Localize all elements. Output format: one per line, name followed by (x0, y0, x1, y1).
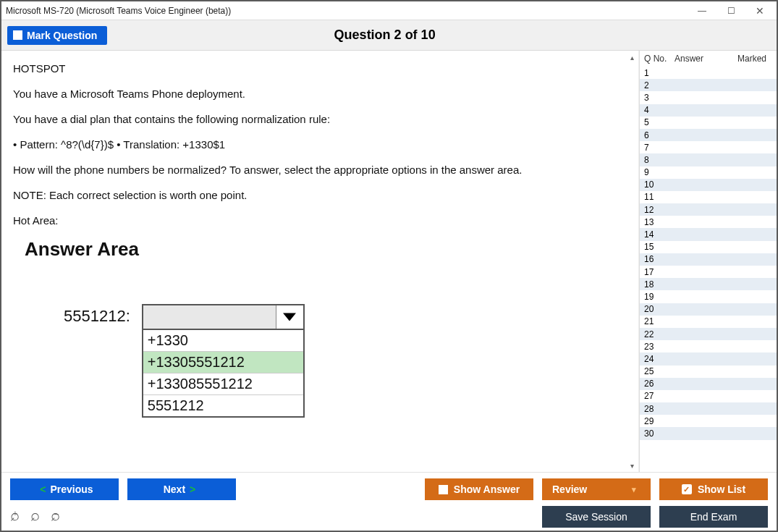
zoom-in-icon[interactable] (10, 507, 26, 524)
question-list-row[interactable]: 26 (640, 378, 777, 390)
question-p1: You have a Microsoft Teams Phone deploym… (13, 86, 627, 101)
question-number: 4 (644, 105, 670, 115)
hotspot-dropdown[interactable]: +1330+13305551212+1330855512125551212 (142, 304, 305, 418)
chevron-down-icon[interactable] (276, 305, 303, 329)
question-list-row[interactable]: 24 (640, 352, 777, 365)
question-number: 2 (644, 80, 670, 90)
question-list-header: Q No. Answer Marked (640, 51, 777, 67)
previous-button[interactable]: < Previous (10, 478, 119, 500)
mark-question-button[interactable]: Mark Question (7, 26, 107, 45)
question-number: 22 (644, 329, 670, 339)
zoom-out-icon[interactable] (51, 507, 67, 524)
question-list-row[interactable]: 15 (640, 241, 777, 253)
question-p5: NOTE: Each correct selection is worth on… (13, 187, 627, 203)
minimize-icon[interactable] (695, 4, 709, 17)
question-number: 11 (644, 192, 670, 202)
question-number: 23 (644, 342, 670, 352)
question-number: 13 (644, 217, 670, 227)
hotspot-row: 5551212: +1330+13305551212+1330855512125… (64, 304, 627, 418)
end-exam-button[interactable]: End Exam (659, 506, 768, 528)
question-list-row[interactable]: 22 (640, 328, 777, 340)
scroll-down-icon[interactable]: ▾ (627, 460, 637, 470)
dropdown-value (143, 305, 276, 329)
question-list-row[interactable]: 29 (640, 415, 777, 427)
question-list-row[interactable]: 2 (640, 79, 777, 91)
question-number: 10 (644, 180, 670, 190)
show-answer-button[interactable]: Show Answer (425, 478, 533, 500)
chevron-left-icon: < (40, 484, 46, 495)
question-list-row[interactable]: 16 (640, 253, 777, 266)
dropdown-option[interactable]: 5551212 (143, 395, 303, 416)
question-number: 27 (644, 391, 670, 401)
question-list-row[interactable]: 19 (640, 290, 777, 303)
question-heading: HOTSPOT (13, 61, 627, 76)
main-row: ▴ HOTSPOT You have a Microsoft Teams Pho… (1, 51, 777, 472)
question-number: 8 (644, 155, 670, 165)
question-number: 24 (644, 354, 670, 364)
question-list-row[interactable]: 10 (640, 179, 777, 191)
question-number: 17 (644, 267, 670, 277)
question-list-row[interactable]: 25 (640, 366, 777, 378)
review-label: Review (552, 484, 587, 495)
maximize-icon[interactable] (724, 4, 737, 17)
question-list-row[interactable]: 7 (640, 141, 777, 153)
question-number: 20 (644, 304, 670, 314)
chevron-right-icon: > (190, 484, 195, 495)
question-p3: • Pattern: ^8?(\d{7})$ • Translation: +1… (13, 137, 627, 152)
question-list-row[interactable]: 21 (640, 316, 777, 328)
question-number: 26 (644, 379, 670, 389)
mark-question-label: Mark Question (27, 30, 97, 41)
dropdown-option[interactable]: +1330 (143, 330, 303, 352)
question-list-row[interactable]: 12 (640, 203, 777, 216)
col-qno: Q No. (644, 54, 675, 64)
question-number: 15 (644, 242, 670, 252)
show-list-check-icon: ✓ (682, 484, 692, 494)
question-list-row[interactable]: 1 (640, 67, 777, 79)
answer-area-heading: Answer Area (25, 238, 627, 261)
zoom-controls (10, 507, 67, 527)
question-number: 16 (644, 254, 670, 264)
question-number: 6 (644, 130, 670, 140)
scroll-up-icon[interactable]: ▴ (627, 52, 637, 62)
save-session-button[interactable]: Save Session (542, 506, 651, 528)
bottombar: < Previous Next > Show Answer Review ▾ ✓… (1, 472, 777, 531)
question-list-row[interactable]: 28 (640, 402, 777, 415)
end-exam-label: End Exam (690, 511, 737, 523)
question-number: 18 (644, 279, 670, 290)
button-row-2: Save Session End Exam (10, 506, 768, 528)
question-list-row[interactable]: 11 (640, 191, 777, 203)
question-number: 14 (644, 229, 670, 240)
question-list-row[interactable]: 30 (640, 427, 777, 439)
review-button[interactable]: Review ▾ (542, 478, 651, 500)
question-list-row[interactable]: 23 (640, 340, 777, 352)
show-list-button[interactable]: ✓ Show List (659, 478, 768, 500)
question-list-row[interactable]: 8 (640, 153, 777, 166)
question-list-row[interactable]: 20 (640, 303, 777, 316)
question-list-row[interactable]: 9 (640, 166, 777, 179)
question-list-panel: Q No. Answer Marked 12345678910111213141… (639, 51, 777, 472)
question-number: 9 (644, 167, 670, 177)
question-list-row[interactable]: 4 (640, 104, 777, 117)
question-pane[interactable]: ▴ HOTSPOT You have a Microsoft Teams Pho… (1, 51, 639, 472)
dropdown-closed[interactable] (142, 304, 305, 330)
zoom-reset-icon[interactable] (30, 507, 46, 524)
question-list-row[interactable]: 18 (640, 278, 777, 290)
question-list-row[interactable]: 3 (640, 91, 777, 104)
show-answer-checkbox-icon (439, 485, 448, 494)
question-p6: Hot Area: (13, 213, 627, 228)
question-list-row[interactable]: 6 (640, 129, 777, 141)
close-icon[interactable] (753, 4, 766, 17)
question-list[interactable]: 1234567891011121314151617181920212223242… (640, 67, 777, 472)
question-list-row[interactable]: 13 (640, 216, 777, 228)
mark-checkbox-icon (13, 30, 22, 40)
next-button[interactable]: Next > (127, 478, 236, 500)
question-list-row[interactable]: 5 (640, 117, 777, 129)
dropdown-option[interactable]: +133085551212 (143, 373, 303, 395)
question-number: 25 (644, 366, 670, 376)
titlebar: Microsoft MS-720 (Microsoft Teams Voice … (1, 1, 777, 20)
col-marked: Marked (718, 54, 772, 64)
question-list-row[interactable]: 17 (640, 266, 777, 278)
question-list-row[interactable]: 27 (640, 390, 777, 402)
dropdown-option[interactable]: +13305551212 (143, 352, 303, 373)
question-list-row[interactable]: 14 (640, 228, 777, 240)
